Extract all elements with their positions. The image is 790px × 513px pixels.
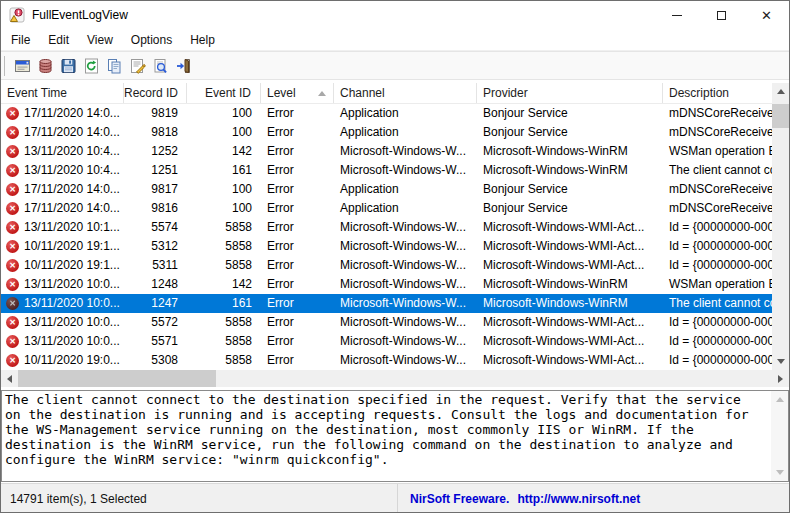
properties-button[interactable] [126, 54, 149, 78]
maximize-button[interactable] [699, 1, 744, 29]
horizontal-scrollbar-thumb[interactable] [18, 370, 216, 387]
scroll-down-button[interactable] [772, 353, 789, 370]
table-row[interactable]: ✕17/11/2020 14:0... 9819 100 Error Appli… [1, 104, 774, 123]
table-row[interactable]: ✕13/11/2020 10:0... 5571 5858 Error Micr… [1, 332, 774, 351]
error-icon: ✕ [6, 297, 19, 310]
error-icon: ✕ [6, 126, 19, 139]
arrow-up-icon [776, 397, 784, 402]
arrow-left-icon [7, 375, 12, 383]
error-icon: ✕ [6, 221, 19, 234]
column-header-event-time[interactable]: Event Time [1, 83, 124, 103]
table-row[interactable]: ✕17/11/2020 14:0... 9818 100 Error Appli… [1, 123, 774, 142]
save-icon [60, 58, 77, 74]
nirsoft-link[interactable]: http://www.nirsoft.net [517, 492, 640, 506]
error-icon: ✕ [6, 164, 19, 177]
description-scroll-down-button[interactable] [771, 464, 788, 481]
find-button[interactable] [149, 54, 172, 78]
column-header-provider[interactable]: Provider [477, 83, 663, 103]
menu-options[interactable]: Options [122, 30, 181, 50]
table-row[interactable]: ✕10/11/2020 19:1... 5312 5858 Error Micr… [1, 237, 774, 256]
column-header-description[interactable]: Description [663, 83, 774, 103]
minimize-button[interactable] [654, 1, 699, 29]
save-button[interactable] [57, 54, 80, 78]
toolbar [1, 51, 789, 80]
app-window: FullEventLogView ✕ File Edit View Option… [0, 0, 790, 513]
description-scroll-up-button[interactable] [771, 391, 788, 408]
column-header-channel[interactable]: Channel [334, 83, 477, 103]
exit-icon [175, 58, 192, 74]
find-icon [152, 58, 169, 74]
toolbar-gripper [4, 56, 5, 76]
arrow-down-icon [777, 359, 785, 364]
error-icon: ✕ [6, 240, 19, 253]
refresh-button[interactable] [80, 54, 103, 78]
description-scrollbar[interactable] [771, 391, 788, 481]
vertical-scrollbar[interactable] [772, 83, 789, 370]
error-icon: ✕ [6, 145, 19, 158]
table-row[interactable]: ✕10/11/2020 19:1... 5311 5858 Error Micr… [1, 256, 774, 275]
table-row[interactable]: ✕13/11/2020 10:1... 5574 5858 Error Micr… [1, 218, 774, 237]
properties-icon [129, 58, 146, 74]
error-icon: ✕ [6, 183, 19, 196]
event-list: Event Time Record ID Event ID Level Chan… [1, 83, 789, 387]
title-bar: FullEventLogView ✕ [1, 1, 789, 29]
item-count-status: 14791 item(s), 1 Selected [1, 492, 397, 506]
table-row[interactable]: ✕13/11/2020 10:4... 1252 142 Error Micro… [1, 142, 774, 161]
exit-button[interactable] [172, 54, 195, 78]
column-header-level-label: Level [267, 83, 296, 103]
minimize-icon [672, 15, 682, 16]
choose-data-source-button[interactable] [11, 54, 34, 78]
table-row[interactable]: ✕17/11/2020 14:0... 9817 100 Error Appli… [1, 180, 774, 199]
list-rows: ✕17/11/2020 14:0... 9819 100 Error Appli… [1, 104, 789, 370]
error-icon: ✕ [6, 107, 19, 120]
scroll-up-button[interactable] [772, 83, 789, 100]
refresh-icon [83, 58, 100, 74]
table-row[interactable]: ✕17/11/2020 14:0... 9816 100 Error Appli… [1, 199, 774, 218]
horizontal-scrollbar[interactable] [1, 370, 789, 387]
description-text: The client cannot connect to the destina… [5, 392, 755, 467]
table-row[interactable]: ✕13/11/2020 10:0... 5572 5858 Error Micr… [1, 313, 774, 332]
menu-view[interactable]: View [78, 30, 122, 50]
choose-data-source-icon [14, 58, 31, 74]
scroll-right-button[interactable] [772, 370, 789, 387]
sort-ascending-icon [318, 91, 326, 96]
error-icon: ✕ [6, 316, 19, 329]
arrow-down-icon [776, 470, 784, 475]
error-icon: ✕ [6, 259, 19, 272]
close-icon: ✕ [761, 9, 772, 22]
scroll-left-button[interactable] [1, 370, 18, 387]
table-row[interactable]: ✕13/11/2020 10:0... 1248 142 Error Micro… [1, 275, 774, 294]
arrow-up-icon [777, 89, 785, 94]
window-title: FullEventLogView [32, 8, 128, 22]
column-header-record-id[interactable]: Record ID [124, 83, 187, 103]
table-row[interactable]: ✕13/11/2020 10:4... 1251 161 Error Micro… [1, 161, 774, 180]
table-row[interactable]: ✕13/11/2020 10:0... 1247 161 Error Micro… [1, 294, 774, 313]
menu-help[interactable]: Help [181, 30, 224, 50]
list-header: Event Time Record ID Event ID Level Chan… [1, 83, 774, 104]
menu-file[interactable]: File [2, 30, 39, 50]
app-icon [9, 7, 25, 23]
freeware-label: NirSoft Freeware. [410, 492, 509, 506]
column-header-event-id[interactable]: Event ID [187, 83, 261, 103]
branding-panel: NirSoft Freeware. http://www.nirsoft.net [397, 484, 789, 513]
vertical-scrollbar-thumb[interactable] [772, 104, 789, 128]
menu-bar: File Edit View Options Help [1, 29, 789, 51]
error-icon: ✕ [6, 278, 19, 291]
database-button[interactable] [34, 54, 57, 78]
copy-icon [106, 58, 123, 74]
error-icon: ✕ [6, 202, 19, 215]
column-header-level[interactable]: Level [261, 83, 334, 103]
menu-edit[interactable]: Edit [39, 30, 78, 50]
table-row[interactable]: ✕10/11/2020 19:0... 5308 5858 Error Micr… [1, 351, 774, 370]
description-pane: The client cannot connect to the destina… [1, 390, 789, 482]
database-icon [37, 58, 54, 74]
arrow-right-icon [778, 375, 783, 383]
error-icon: ✕ [6, 335, 19, 348]
error-icon: ✕ [6, 354, 19, 367]
status-bar: 14791 item(s), 1 Selected NirSoft Freewa… [1, 483, 789, 513]
maximize-icon [717, 11, 726, 20]
copy-button[interactable] [103, 54, 126, 78]
close-button[interactable]: ✕ [744, 1, 789, 29]
